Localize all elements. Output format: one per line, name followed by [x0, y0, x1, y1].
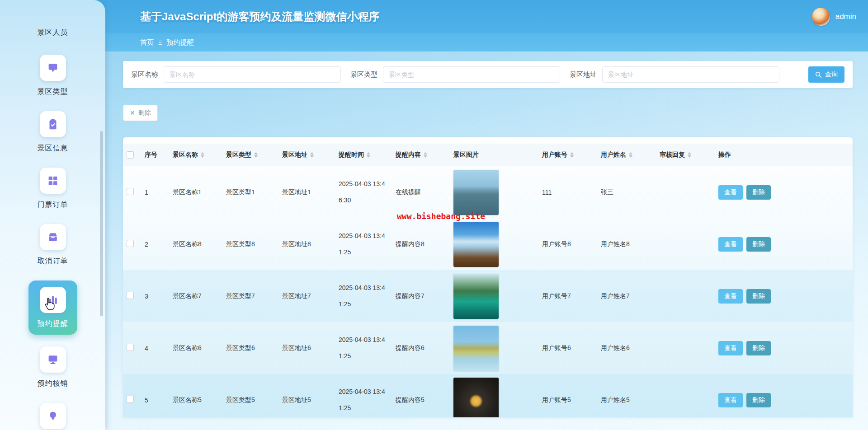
view-button[interactable]: 查看 — [718, 341, 743, 355]
grid-icon — [40, 168, 66, 194]
column-header-label: 景区名称 — [173, 151, 198, 159]
column-header-username[interactable]: 用户姓名 — [597, 151, 656, 159]
cell-index: 3 — [141, 293, 169, 300]
app-header: 基于JavaScript的游客预约及流量监测微信小程序 admin — [0, 0, 868, 33]
row-checkbox[interactable] — [127, 240, 134, 247]
delete-button[interactable]: 删除 — [746, 237, 771, 252]
column-header-name[interactable]: 景区名称 — [169, 151, 222, 159]
clipboard-icon — [40, 111, 66, 137]
cell-time: 2025-04-03 13:41:25 — [335, 228, 392, 260]
scenic-address-input[interactable] — [602, 66, 779, 83]
sidebar-item-system-manage[interactable]: 系统管理 — [28, 403, 77, 430]
cell-time: 2025-04-03 13:41:25 — [335, 280, 392, 312]
scenic-name-input[interactable] — [164, 66, 341, 83]
sort-carets-icon — [629, 152, 632, 158]
row-actions: 查看删除 — [718, 341, 853, 355]
view-button[interactable]: 查看 — [718, 185, 743, 200]
cell-address: 景区地址7 — [278, 292, 335, 300]
delete-button[interactable]: 删除 — [746, 185, 771, 200]
table-row: 4景区名称6景区类型6景区地址62025-04-03 13:41:25提醒内容6… — [123, 322, 853, 374]
sidebar-item-reservation-verify[interactable]: 预约核销 — [28, 346, 77, 388]
reminder-table: 序号景区名称景区类型景区地址提醒时间提醒内容景区图片用户账号用户姓名审核回复操作… — [123, 137, 853, 417]
sidebar-menu: 景区人员景区类型景区信息门票订单取消订单预约提醒预约核销系统管理 — [28, 22, 77, 430]
cell-photo — [450, 170, 538, 215]
cell-content: 提醒内容6 — [392, 344, 450, 352]
table-row: 5景区名称5景区类型5景区地址52025-04-03 13:41:25提醒内容5… — [123, 374, 853, 417]
scenic-photo — [453, 274, 499, 319]
reminder-time: 2025-04-03 13:41:25 — [339, 280, 387, 312]
column-header-label: 景区图片 — [453, 151, 479, 159]
cell-type: 景区类型7 — [222, 292, 278, 300]
column-header-account[interactable]: 用户账号 — [538, 151, 597, 159]
row-checkbox[interactable] — [127, 396, 134, 403]
filter-groups: 景区名称景区类型景区地址 — [131, 66, 789, 83]
filter-group-scenic-address: 景区地址 — [570, 66, 779, 83]
sort-carets-icon — [688, 152, 691, 158]
breadcrumb-home[interactable]: 首页 — [140, 38, 154, 47]
cell-time: 2025-04-03 13:41:25 — [335, 332, 392, 364]
cell-photo — [450, 378, 538, 418]
sidebar-item-scenic-type[interactable]: 景区类型 — [28, 55, 77, 97]
column-header-reply[interactable]: 审核回复 — [656, 151, 715, 159]
cell-content: 提醒内容8 — [392, 240, 450, 248]
column-header-label: 用户账号 — [542, 151, 567, 159]
view-button[interactable]: 查看 — [718, 289, 743, 304]
table-body: 1景区名称1景区类型1景区地址12025-04-03 13:46:30在线提醒1… — [123, 166, 853, 417]
column-header-time[interactable]: 提醒时间 — [335, 151, 392, 159]
column-header-content[interactable]: 提醒内容 — [392, 151, 450, 159]
cell-ops: 查看删除 — [715, 185, 853, 200]
column-header-label: 审核回复 — [660, 151, 685, 159]
table-row: 1景区名称1景区类型1景区地址12025-04-03 13:46:30在线提醒1… — [123, 166, 853, 218]
reminder-time: 2025-04-03 13:41:25 — [339, 384, 387, 416]
row-actions: 查看删除 — [718, 185, 853, 200]
select-all-checkbox[interactable] — [127, 151, 134, 159]
cell-username: 用户姓名7 — [597, 292, 656, 300]
view-button[interactable]: 查看 — [718, 393, 743, 407]
sidebar-item-cancel-orders[interactable]: 取消订单 — [28, 224, 77, 266]
sidebar-item-scenic-info[interactable]: 景区信息 — [28, 111, 77, 153]
search-button[interactable]: 查询 — [808, 66, 844, 83]
delete-button[interactable]: 删除 — [746, 289, 771, 304]
cell-account: 111 — [538, 189, 597, 196]
filter-group-scenic-type: 景区类型 — [350, 66, 560, 83]
sort-carets-icon — [201, 152, 204, 158]
sidebar: 景区人员景区类型景区信息门票订单取消订单预约提醒预约核销系统管理 — [0, 0, 105, 430]
sidebar-item-label: 景区人员 — [38, 28, 68, 37]
row-checkbox[interactable] — [127, 292, 134, 299]
cell-checkbox — [123, 240, 141, 248]
cell-photo — [450, 326, 538, 371]
page: 基于JavaScript的游客预约及流量监测微信小程序 admin 首页 Ξ 预… — [0, 0, 868, 430]
delete-button[interactable]: 删除 — [746, 393, 771, 407]
cell-username: 用户姓名6 — [597, 344, 656, 352]
filter-label-scenic-address: 景区地址 — [570, 70, 597, 79]
row-checkbox[interactable] — [127, 188, 134, 195]
sidebar-item-label: 景区类型 — [38, 87, 68, 97]
column-header-label: 操作 — [718, 151, 731, 159]
column-header-address[interactable]: 景区地址 — [278, 151, 335, 159]
cell-time: 2025-04-03 13:41:25 — [335, 384, 392, 416]
user-box[interactable]: admin — [812, 0, 856, 33]
scenic-photo — [453, 326, 499, 371]
scenic-type-input[interactable] — [383, 66, 560, 83]
cell-content: 在线提醒 — [392, 188, 450, 196]
sidebar-scrollbar[interactable] — [100, 131, 103, 316]
scenic-photo — [453, 222, 499, 267]
sort-carets-icon — [424, 152, 427, 158]
sidebar-item-ticket-orders[interactable]: 门票订单 — [28, 168, 77, 210]
row-checkbox[interactable] — [127, 344, 134, 351]
bulk-delete-button[interactable]: ✕ 删除 — [123, 105, 158, 121]
breadcrumb-separator-icon: Ξ — [158, 39, 162, 46]
column-header-label: 提醒内容 — [396, 151, 421, 159]
bulk-delete-label: 删除 — [138, 109, 151, 117]
delete-button[interactable]: 删除 — [746, 341, 771, 355]
column-header-label: 用户姓名 — [601, 151, 626, 159]
cell-ops: 查看删除 — [715, 237, 853, 252]
sidebar-item-scenic-staff[interactable]: 景区人员 — [28, 22, 77, 37]
column-header-type[interactable]: 景区类型 — [222, 151, 278, 159]
table-row: 3景区名称7景区类型7景区地址72025-04-03 13:41:25提醒内容7… — [123, 270, 853, 322]
cell-account: 用户账号8 — [538, 240, 597, 248]
view-button[interactable]: 查看 — [718, 237, 743, 252]
cell-name: 景区名称6 — [169, 344, 222, 352]
reminder-time: 2025-04-03 13:46:30 — [339, 176, 387, 208]
cell-ops: 查看删除 — [715, 341, 853, 355]
